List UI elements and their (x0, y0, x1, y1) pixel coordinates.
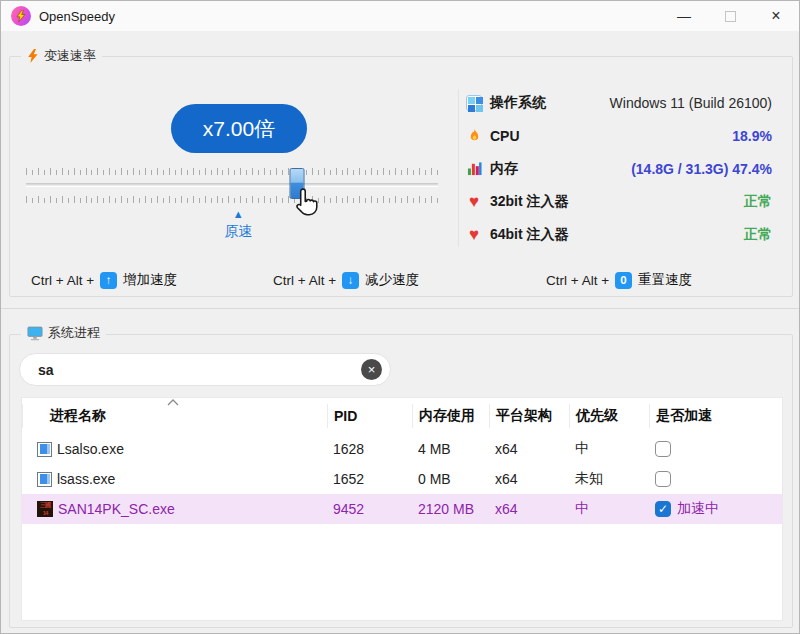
memory-label: 内存 (490, 160, 518, 178)
heart-icon: ♥ (464, 193, 484, 210)
system-info-panel: 操作系统 Windows 11 (Build 26100) CPU 18.9% … (464, 87, 772, 251)
os-label: 操作系统 (490, 94, 546, 112)
process-name: SAN14PK_SC.exe (58, 501, 175, 517)
exe-icon (37, 472, 52, 487)
info-row-cpu: CPU 18.9% (464, 120, 772, 153)
minimize-button[interactable]: — (661, 1, 707, 31)
info-row-memory: 内存 (14.8G / 31.3G) 47.4% (464, 153, 772, 186)
accelerate-checkbox[interactable] (655, 441, 671, 457)
info-row-injector32: ♥ 32bit 注入器 正常 (464, 185, 772, 218)
table-header: 进程名称 PID 内存使用 平台架构 优先级 是否加速 (22, 398, 782, 434)
hotkey-decrease: Ctrl + Alt + ↓ 减少速度 (273, 271, 419, 289)
process-search-box: × (19, 353, 391, 386)
table-row[interactable]: lsass.exe 1652 0 MB x64 未知 (22, 464, 782, 494)
flame-icon (464, 128, 484, 144)
arrow-down-key-icon: ↓ (342, 272, 359, 289)
hotkey-increase: Ctrl + Alt + ↑ 增加速度 (31, 271, 177, 289)
hotkey-prefix: Ctrl + Alt + (31, 273, 94, 288)
accelerate-checkbox[interactable] (655, 501, 671, 517)
origin-speed-label: 原速 (218, 223, 258, 241)
memory-icon (464, 161, 484, 176)
info-divider (458, 89, 459, 247)
maximize-icon (725, 11, 736, 22)
info-row-os: 操作系统 Windows 11 (Build 26100) (464, 87, 772, 120)
cpu-value: 18.9% (732, 128, 772, 144)
info-row-injector64: ♥ 64bit 注入器 正常 (464, 218, 772, 251)
column-header-name[interactable]: 进程名称 (22, 404, 327, 428)
speed-group-label: 变速速率 (21, 47, 102, 65)
column-header-memory[interactable]: 内存使用 (412, 404, 489, 428)
column-header-accelerate[interactable]: 是否加速 (649, 404, 784, 428)
process-name: lsass.exe (57, 471, 115, 487)
table-row-selected[interactable]: 三國14 SAN14PK_SC.exe 9452 2120 MB x64 中 加… (22, 494, 782, 524)
process-arch: x64 (489, 441, 569, 457)
close-button[interactable]: × (753, 1, 799, 31)
os-icon (466, 95, 482, 111)
process-pid: 1652 (327, 471, 412, 487)
column-header-pid[interactable]: PID (327, 404, 412, 428)
heart-icon: ♥ (464, 226, 484, 243)
zero-key-icon: 0 (615, 272, 632, 289)
cpu-label: CPU (490, 128, 520, 144)
hotkey-action: 减少速度 (365, 271, 419, 289)
hotkey-action: 重置速度 (638, 271, 692, 289)
speed-value-button[interactable]: x7.00倍 (171, 104, 307, 153)
process-priority: 中 (569, 500, 649, 518)
hotkey-action: 增加速度 (123, 271, 177, 289)
injector64-label: 64bit 注入器 (490, 226, 569, 244)
accelerate-checkbox[interactable] (655, 471, 671, 487)
speed-group-title: 变速速率 (44, 47, 96, 65)
titlebar: OpenSpeedy — × (1, 1, 799, 31)
lightning-icon (27, 49, 39, 63)
slider-ticks-top (26, 168, 438, 175)
window-title: OpenSpeedy (39, 9, 115, 24)
process-pid: 1628 (327, 441, 412, 457)
process-pid: 9452 (327, 501, 412, 517)
process-memory: 4 MB (412, 441, 489, 457)
process-arch: x64 (489, 501, 569, 517)
hotkey-prefix: Ctrl + Alt + (273, 273, 336, 288)
origin-arrow-icon: ▲ (218, 209, 258, 220)
process-table: 进程名称 PID 内存使用 平台架构 优先级 是否加速 Lsalso.exe 1… (21, 397, 783, 621)
search-clear-button[interactable]: × (361, 359, 382, 380)
column-header-priority[interactable]: 优先级 (569, 404, 649, 428)
app-window: OpenSpeedy — × 变速速率 x7.00倍 ▲ 原速 操作系统 (0, 0, 800, 634)
slider-track[interactable] (26, 183, 438, 187)
process-memory: 0 MB (412, 471, 489, 487)
process-group-label: 系统进程 (21, 324, 106, 342)
maximize-button[interactable] (707, 1, 753, 31)
process-memory: 2120 MB (412, 501, 489, 517)
monitor-icon (27, 326, 43, 341)
panel-divider (1, 308, 800, 309)
arrow-up-key-icon: ↑ (100, 272, 117, 289)
sort-ascending-icon[interactable] (167, 399, 179, 406)
hotkey-reset: Ctrl + Alt + 0 重置速度 (546, 271, 692, 289)
speed-slider[interactable] (26, 166, 438, 206)
table-row[interactable]: Lsalso.exe 1628 4 MB x64 中 (22, 434, 782, 464)
injector32-status: 正常 (744, 193, 772, 211)
process-group-title: 系统进程 (48, 324, 100, 342)
app-logo-icon (11, 6, 31, 26)
process-name: Lsalso.exe (57, 441, 124, 457)
search-input[interactable] (38, 362, 361, 378)
process-arch: x64 (489, 471, 569, 487)
close-icon: × (771, 7, 780, 25)
slider-ticks-bottom (26, 196, 438, 203)
origin-speed-marker[interactable]: ▲ 原速 (218, 209, 258, 241)
column-header-arch[interactable]: 平台架构 (489, 404, 569, 428)
injector32-label: 32bit 注入器 (490, 193, 569, 211)
memory-value: (14.8G / 31.3G) 47.4% (631, 161, 772, 177)
accelerate-label: 加速中 (677, 500, 719, 518)
exe-icon (37, 442, 52, 457)
injector64-status: 正常 (744, 226, 772, 244)
os-value: Windows 11 (Build 26100) (610, 95, 772, 111)
hand-cursor-icon (293, 187, 320, 222)
game-icon: 三國14 (37, 501, 53, 517)
process-priority: 中 (569, 440, 649, 458)
process-priority: 未知 (569, 470, 649, 488)
hotkey-prefix: Ctrl + Alt + (546, 273, 609, 288)
